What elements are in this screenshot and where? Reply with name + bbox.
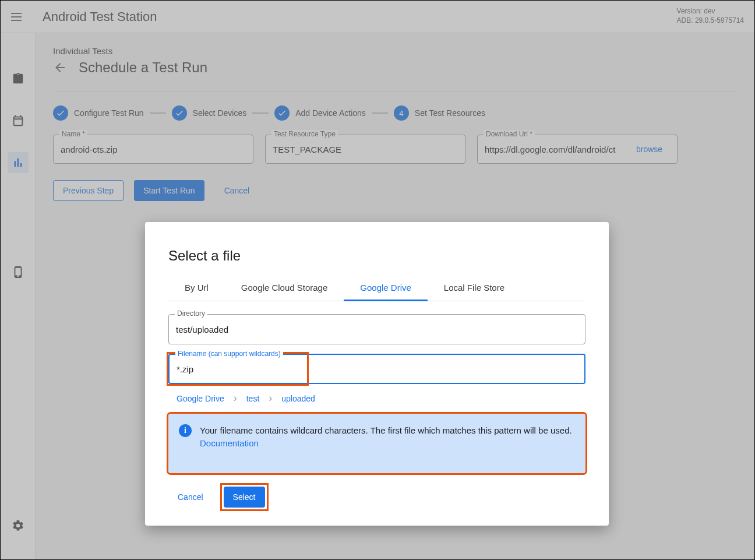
- crumb-uploaded[interactable]: uploaded: [281, 394, 315, 403]
- directory-field[interactable]: Directory: [168, 314, 585, 344]
- chevron-right-icon: ›: [269, 392, 272, 404]
- info-icon: i: [179, 424, 192, 437]
- info-text: Your filename contains wildcard characte…: [200, 425, 572, 435]
- chevron-right-icon: ›: [234, 392, 237, 404]
- dialog-tabs: By Url Google Cloud Storage Google Drive…: [168, 283, 585, 301]
- tab-local-file-store[interactable]: Local File Store: [428, 283, 521, 301]
- crumb-test[interactable]: test: [246, 394, 260, 403]
- select-highlight: Select: [222, 485, 267, 509]
- dialog-title: Select a file: [168, 248, 585, 264]
- filename-input[interactable]: [177, 364, 300, 374]
- tab-by-url[interactable]: By Url: [168, 283, 225, 301]
- dialog-cancel-button[interactable]: Cancel: [168, 487, 213, 508]
- filename-field[interactable]: Filename (can support wildcards): [168, 354, 307, 384]
- select-file-dialog: Select a file By Url Google Cloud Storag…: [145, 222, 609, 526]
- breadcrumb: Google Drive › test › uploaded: [177, 392, 585, 404]
- info-text-wrap: Your filename contains wildcard characte…: [200, 424, 575, 450]
- filename-field-ext[interactable]: [307, 354, 585, 384]
- tab-google-drive[interactable]: Google Drive: [344, 283, 428, 301]
- filename-highlight: Filename (can support wildcards): [168, 354, 307, 384]
- field-label: Directory: [175, 309, 207, 318]
- dialog-select-button[interactable]: Select: [224, 487, 265, 508]
- crumb-root[interactable]: Google Drive: [177, 394, 224, 403]
- directory-input[interactable]: [176, 325, 578, 334]
- field-label: Filename (can support wildcards): [175, 350, 283, 358]
- documentation-link[interactable]: Documentation: [200, 438, 259, 448]
- tab-gcs[interactable]: Google Cloud Storage: [225, 283, 344, 301]
- info-banner: i Your filename contains wildcard charac…: [168, 414, 585, 473]
